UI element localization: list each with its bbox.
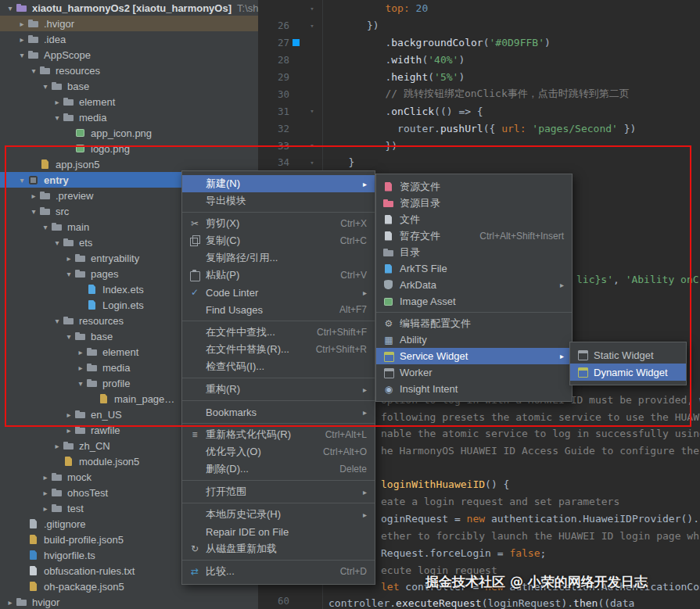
gutter-mark-icon[interactable]: ▾ [302, 159, 322, 167]
expand-arrow-icon[interactable]: ▸ [52, 98, 63, 106]
tree-item-app-json5[interactable]: app.json5 [0, 156, 258, 172]
expand-arrow-icon[interactable]: ▸ [16, 20, 27, 28]
menu-item-arkts-file[interactable]: ArkTS File [376, 260, 572, 277]
folder-icon [39, 206, 52, 217]
menu-separator [182, 480, 375, 481]
menu-item-bookmarks[interactable]: Bookmarks▸ [182, 403, 375, 421]
tree-item-label: resources [56, 65, 100, 77]
tree-item-appscope[interactable]: ▾AppScope [0, 47, 258, 63]
menu-item-worker[interactable]: Worker [376, 364, 572, 381]
tree-item-resources[interactable]: ▾resources [0, 63, 258, 78]
menu-item-label: 删除(D)... [206, 462, 249, 476]
folder-icon [51, 503, 63, 514]
menu-item-item[interactable]: ⇄比较...Ctrl+D [182, 563, 375, 580]
menu-item-r[interactable]: 在文件中替换(R)...Ctrl+Shift+R [182, 341, 375, 358]
menu-item-item[interactable]: 导出模块 [182, 192, 375, 210]
collapse-arrow-icon[interactable]: ▾ [16, 51, 27, 59]
menu-item-d[interactable]: 删除(D)...Delete [182, 460, 375, 478]
menu-item-code-linter[interactable]: ✓Code Linter▸ [182, 284, 375, 301]
menu-item-p[interactable]: 粘贴(P)Ctrl+V [182, 267, 375, 284]
menu-item-arkdata[interactable]: ArkData▸ [376, 277, 572, 293]
collapse-arrow-icon[interactable]: ▾ [40, 223, 51, 231]
submenu-arrow-icon: ▸ [363, 288, 367, 297]
menu-item-service-widget[interactable]: Service Widget▸ [376, 348, 572, 364]
gutter-mark-icon[interactable]: ▾ [302, 22, 322, 30]
folder-icon [74, 253, 87, 263]
collapse-arrow-icon[interactable]: ▾ [63, 270, 74, 278]
expand-arrow-icon[interactable]: ▸ [40, 489, 51, 497]
collapse-arrow-icon[interactable]: ▾ [28, 207, 39, 216]
menu-item-n[interactable]: 新建(N)▸ [182, 175, 375, 192]
menu-item-item[interactable]: 打开范围▸ [182, 483, 375, 500]
tree-item-xiaotu-harmonyos2-xiaotu-harmonyos[interactable]: ▾xiaotu_harmonyOs2 [xiaotu_harmonyOs]T:\… [0, 0, 258, 16]
collapse-arrow-icon[interactable]: ▾ [28, 66, 39, 75]
collapse-arrow-icon[interactable]: ▾ [63, 332, 74, 341]
menu-item-insight-intent[interactable]: ◉Insight Intent [376, 381, 572, 397]
image-file-icon [74, 127, 87, 138]
collapse-arrow-icon[interactable]: ▾ [40, 82, 51, 91]
collapse-arrow-icon[interactable]: ▾ [16, 176, 27, 184]
menu-item-item[interactable]: 资源文件 [376, 178, 572, 195]
menu-item-repair-ide-on-file[interactable]: Repair IDE on File [182, 523, 375, 540]
expand-arrow-icon[interactable]: ▸ [75, 348, 86, 356]
menu-item-c[interactable]: 复制(C)Ctrl+C [182, 232, 375, 249]
menu-item-static-widget[interactable]: Static Widget [570, 346, 686, 364]
tree-item-element[interactable]: ▸element [0, 94, 258, 109]
expand-arrow-icon[interactable]: ▸ [40, 504, 51, 513]
collapse-arrow-icon[interactable]: ▾ [75, 379, 86, 388]
tree-item-idea[interactable]: ▸.idea [0, 31, 258, 47]
collapse-arrow-icon[interactable]: ▾ [52, 113, 63, 122]
gutter-mark-icon[interactable]: ▾ [302, 142, 322, 149]
expand-arrow-icon[interactable]: ▸ [52, 442, 63, 450]
expand-arrow-icon[interactable]: ▸ [63, 410, 74, 419]
expand-arrow-icon[interactable]: ▸ [75, 364, 86, 372]
menu-item-i[interactable]: 检查代码(I)... [182, 358, 375, 375]
menu-item-item[interactable]: 资源目录 [376, 195, 572, 211]
menu-item-item[interactable]: 文件 [376, 211, 572, 227]
menu-item-find-usages[interactable]: Find UsagesAlt+F7 [182, 301, 375, 318]
tree-item-app-icon-png[interactable]: app_icon.png [0, 125, 258, 141]
menu-item-item[interactable]: 暂存文件Ctrl+Alt+Shift+Insert [376, 227, 572, 244]
menu-separator [182, 423, 375, 424]
menu-item-r[interactable]: 重构(R)▸ [182, 381, 375, 398]
gutter-mark-icon[interactable]: ▾ [302, 107, 322, 115]
tree-item-label: test [67, 503, 84, 514]
menu-item-item[interactable]: 复制路径/引用... [182, 249, 375, 267]
folder-icon [74, 268, 87, 279]
arkts-file-icon [382, 263, 395, 274]
expand-arrow-icon[interactable]: ▸ [63, 254, 74, 263]
expand-arrow-icon[interactable]: ▸ [28, 192, 39, 200]
expand-arrow-icon[interactable]: ▸ [63, 426, 74, 435]
expand-arrow-icon[interactable]: ▸ [40, 473, 51, 482]
menu-item-label: 文件 [400, 213, 420, 227]
json-file-icon [27, 534, 40, 545]
tree-item-logo-png[interactable]: logo.png [0, 141, 258, 156]
menu-item-item[interactable]: ⚙编辑器配置文件 [376, 315, 572, 331]
tree-item-label: media [102, 362, 130, 374]
tree-item-media[interactable]: ▾media [0, 109, 258, 125]
tree-item-hvigor[interactable]: ▸hvigor [0, 594, 258, 609]
expand-arrow-icon[interactable]: ▸ [16, 35, 27, 44]
folder-icon [74, 331, 87, 342]
tree-item-base[interactable]: ▾base [0, 78, 258, 94]
menu-item-item[interactable]: 在文件中查找...Ctrl+Shift+F [182, 324, 375, 341]
menu-item-ability[interactable]: ▦Ability [376, 331, 572, 348]
menu-item-item[interactable]: ↻从磁盘重新加载 [182, 540, 375, 557]
menu-item-label: 复制(C) [206, 234, 240, 248]
ets-file-icon [86, 299, 99, 310]
collapse-arrow-icon[interactable]: ▾ [52, 317, 63, 325]
menu-item-x[interactable]: ✂剪切(X)Ctrl+X [182, 215, 375, 232]
menu-item-h[interactable]: 本地历史记录(H)▸ [182, 506, 375, 523]
tree-item-hvigor[interactable]: ▸.hvigor [0, 16, 258, 31]
menu-item-image-asset[interactable]: Image Asset [376, 293, 572, 310]
collapse-arrow-icon[interactable]: ▾ [5, 4, 16, 13]
gutter-mark-icon[interactable]: ▾ [302, 5, 322, 13]
collapse-arrow-icon[interactable]: ▾ [52, 238, 63, 247]
menu-item-item[interactable]: 目录 [376, 244, 572, 260]
menu-item-r[interactable]: ≡重新格式化代码(R)Ctrl+Alt+L [182, 426, 375, 443]
menu-item-o[interactable]: 优化导入(O)Ctrl+Alt+O [182, 443, 375, 460]
color-preview-swatch[interactable] [293, 39, 300, 46]
menu-icon-slot [382, 231, 396, 242]
expand-arrow-icon[interactable]: ▸ [5, 598, 16, 607]
menu-item-dynamic-widget[interactable]: Dynamic Widget [570, 364, 686, 381]
